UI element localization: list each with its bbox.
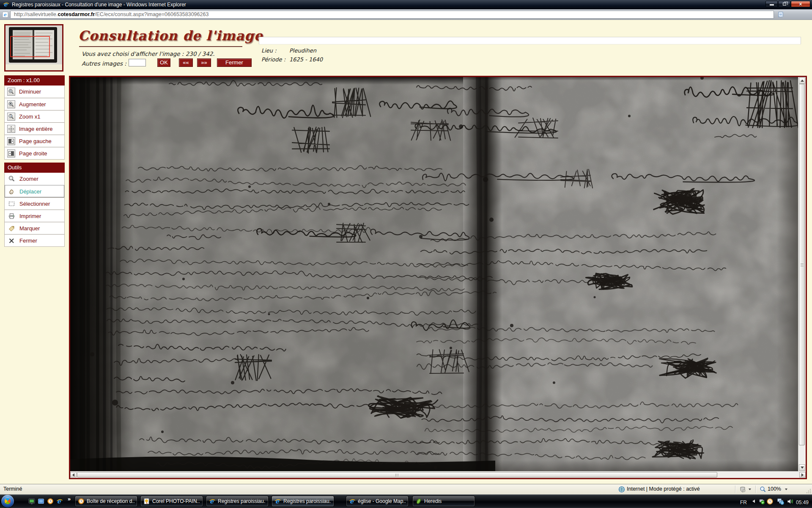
hand-icon bbox=[7, 188, 16, 196]
taskbar-button-registres-2[interactable]: e Registres paroissiau... bbox=[272, 496, 334, 507]
svg-text:e: e bbox=[350, 498, 354, 505]
volume-icon[interactable] bbox=[787, 498, 794, 505]
svg-text:e: e bbox=[275, 498, 280, 505]
tool-item-imprimer[interactable]: Imprimer bbox=[5, 210, 64, 222]
zoom-panel: Zoom : x1.00 Diminuer Augmenter 1 Zoom x… bbox=[4, 75, 65, 160]
page-title: Consultation de l'image bbox=[78, 28, 263, 43]
zoom-out-icon bbox=[7, 88, 15, 96]
register-scan-image[interactable] bbox=[70, 77, 798, 471]
ie-icon: e bbox=[3, 1, 9, 8]
ie-icon: e bbox=[349, 498, 356, 505]
address-bar: e http://sallevirtuelle.cotesdarmor.fr/E… bbox=[0, 9, 812, 20]
app-switcher-icon[interactable] bbox=[28, 497, 36, 505]
scroll-up-button[interactable] bbox=[799, 77, 805, 84]
svg-text:1: 1 bbox=[10, 114, 12, 117]
show-desktop-icon[interactable] bbox=[37, 497, 45, 505]
selection-icon bbox=[7, 200, 16, 208]
zoom-reset-item[interactable]: 1 Zoom x1 bbox=[5, 110, 64, 122]
tool-item-zoomer[interactable]: Zoomer bbox=[5, 173, 64, 185]
clock[interactable]: 05:49 bbox=[796, 500, 809, 505]
next-image-button[interactable]: »» bbox=[197, 58, 211, 67]
thumbnail-navigator[interactable] bbox=[4, 24, 63, 72]
left-page-icon bbox=[7, 137, 15, 145]
tools-panel-title: Outils bbox=[4, 163, 65, 173]
tool-item-selectionner[interactable]: Sélectionner bbox=[5, 197, 64, 210]
ie-quicklaunch-icon[interactable]: e bbox=[56, 497, 63, 505]
window-titlebar[interactable]: e Registres paroissiaux - Consultation d… bbox=[0, 0, 812, 9]
restore-button[interactable] bbox=[778, 1, 790, 7]
internet-zone-icon bbox=[618, 486, 625, 493]
svg-text:e: e bbox=[57, 498, 61, 505]
other-images-label: Autres images : bbox=[82, 60, 126, 67]
taskbar-button-eglise-maps[interactable]: e église - Google Map... bbox=[346, 496, 409, 507]
printer-icon bbox=[7, 212, 16, 220]
tool-item-fermer[interactable]: Fermer bbox=[5, 234, 64, 246]
resize-grip[interactable] bbox=[806, 488, 811, 494]
periode-value: 1625 - 1640 bbox=[289, 56, 323, 63]
tool-item-marquer[interactable]: Marquer bbox=[5, 222, 64, 234]
ie-icon: e bbox=[209, 498, 216, 505]
compatibility-view-icon[interactable] bbox=[777, 11, 784, 18]
zoom-out-item[interactable]: Diminuer bbox=[5, 86, 64, 98]
right-page-icon bbox=[7, 149, 15, 157]
filter-shield-icon[interactable] bbox=[739, 486, 746, 493]
zoom-in-item[interactable]: Augmenter bbox=[5, 98, 64, 110]
ok-button[interactable]: OK bbox=[157, 58, 170, 67]
vertical-scroll-thumb[interactable] bbox=[799, 84, 805, 445]
zoom-level-value[interactable]: 100% bbox=[768, 486, 781, 492]
tray-collapse-chevron[interactable] bbox=[752, 500, 755, 503]
left-page-item[interactable]: Page gauche bbox=[5, 135, 64, 147]
taskbar-button-corel[interactable]: Corel PHOTO-PAIN... bbox=[140, 496, 203, 507]
fermer-button[interactable]: Fermer bbox=[217, 58, 252, 67]
tools-panel: Outils Zoomer Déplacer Sélectionner Impr… bbox=[4, 163, 65, 247]
scroll-right-button[interactable] bbox=[799, 472, 806, 478]
scroll-left-button[interactable] bbox=[70, 472, 77, 478]
previous-image-button[interactable]: «« bbox=[179, 58, 193, 67]
start-button[interactable] bbox=[1, 495, 14, 508]
right-page-item[interactable]: Page droite bbox=[5, 147, 64, 159]
svg-text:e: e bbox=[210, 498, 214, 505]
title-underline bbox=[79, 46, 242, 47]
image-viewer bbox=[69, 76, 807, 479]
minimize-button[interactable] bbox=[765, 1, 778, 7]
zoom-reset-icon: 1 bbox=[7, 113, 15, 121]
scroll-down-button[interactable] bbox=[799, 464, 805, 471]
taskbar-button-registres-1[interactable]: e Registres paroissiau... bbox=[206, 496, 269, 507]
periode-label: Période : bbox=[261, 56, 285, 63]
corel-icon bbox=[143, 498, 150, 505]
outlook-quicklaunch-icon[interactable] bbox=[47, 497, 54, 505]
safely-remove-hardware-icon[interactable] bbox=[758, 498, 765, 505]
magnifier-icon bbox=[7, 175, 16, 183]
tool-item-deplacer[interactable]: Déplacer bbox=[5, 185, 64, 197]
outlook-icon bbox=[78, 498, 85, 505]
fit-image-item[interactable]: Image entière bbox=[5, 122, 64, 135]
zoom-dropdown-caret[interactable] bbox=[785, 489, 787, 490]
close-button[interactable]: × bbox=[791, 1, 810, 7]
ie-page-icon: e bbox=[2, 11, 8, 18]
horizontal-scroll-thumb[interactable] bbox=[77, 472, 717, 478]
status-text: Terminé bbox=[3, 486, 22, 492]
horizontal-scrollbar[interactable] bbox=[70, 471, 806, 478]
zoom-panel-title: Zoom : x1.00 bbox=[4, 75, 65, 86]
url-input[interactable]: http://sallevirtuelle.cotesdarmor.fr/EC/… bbox=[10, 11, 774, 19]
zoom-level-icon[interactable] bbox=[760, 486, 766, 493]
browser-status-bar: Terminé Internet | Mode protégé : activé… bbox=[0, 484, 812, 494]
vertical-scrollbar[interactable] bbox=[798, 77, 806, 471]
language-indicator[interactable]: FR bbox=[740, 500, 747, 505]
lieu-label: Lieu : bbox=[261, 47, 277, 54]
quick-launch-overflow-chevron[interactable]: » bbox=[68, 496, 71, 502]
image-number-input[interactable] bbox=[129, 59, 146, 66]
taskbar-button-heredis[interactable]: Heredis bbox=[412, 496, 475, 507]
chosen-image-text: Vous avez choisi d'afficher l'image : 23… bbox=[82, 50, 215, 57]
network-icon[interactable] bbox=[777, 498, 784, 505]
thumbnail-image bbox=[5, 25, 62, 70]
taskbar-button-inbox[interactable]: Boîte de réception d... bbox=[75, 496, 137, 507]
outlook-reminder-icon[interactable] bbox=[766, 498, 774, 505]
lieu-value: Pleudihen bbox=[289, 47, 316, 54]
zoom-in-icon bbox=[7, 100, 15, 108]
zone-text: Internet | Mode protégé : activé bbox=[627, 486, 700, 492]
ie-icon: e bbox=[274, 498, 281, 505]
svg-text:e: e bbox=[4, 1, 8, 8]
image-title-bar bbox=[259, 37, 801, 44]
shield-dropdown-caret[interactable] bbox=[749, 489, 751, 490]
